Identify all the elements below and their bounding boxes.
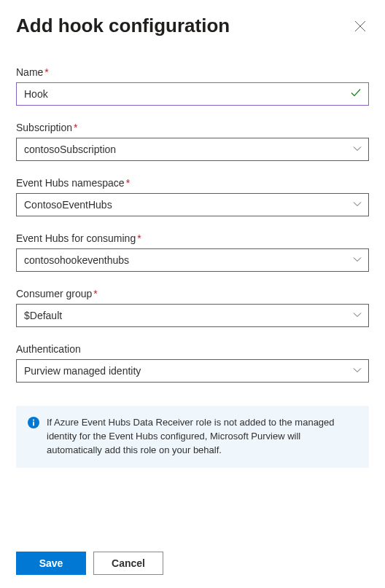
required-indicator: * xyxy=(126,177,130,189)
consumer-group-value: $Default xyxy=(24,310,62,321)
authentication-field-group: Authentication Purview managed identity xyxy=(16,343,369,383)
save-button[interactable]: Save xyxy=(16,552,86,575)
consumer-group-field-group: Consumer group* $Default xyxy=(16,288,369,327)
authentication-select[interactable]: Purview managed identity xyxy=(16,359,369,383)
consumer-group-select[interactable]: $Default xyxy=(16,304,369,327)
consuming-label-text: Event Hubs for consuming xyxy=(16,232,136,244)
subscription-select[interactable]: contosoSubscription xyxy=(16,138,369,161)
subscription-field-group: Subscription* contosoSubscription xyxy=(16,122,369,161)
required-indicator: * xyxy=(137,232,141,244)
name-field-group: Name* xyxy=(16,66,369,106)
name-label: Name* xyxy=(16,66,369,78)
namespace-select[interactable]: ContosoEventHubs xyxy=(16,193,369,216)
name-label-text: Name xyxy=(16,66,43,78)
name-input-wrapper xyxy=(16,82,369,106)
dialog-header: Add hook configuration xyxy=(16,15,369,37)
close-button[interactable] xyxy=(351,17,369,37)
consuming-value: contosohookeventhubs xyxy=(24,254,129,266)
namespace-value: ContosoEventHubs xyxy=(24,199,112,211)
info-text: If Azure Event Hubs Data Receiver role i… xyxy=(47,416,357,458)
consuming-label: Event Hubs for consuming* xyxy=(16,232,369,244)
subscription-label-text: Subscription xyxy=(16,122,72,133)
consumer-group-label-text: Consumer group xyxy=(16,288,92,299)
authentication-label: Authentication xyxy=(16,343,369,355)
authentication-label-text: Authentication xyxy=(16,343,81,355)
namespace-label-text: Event Hubs namespace xyxy=(16,177,125,189)
subscription-label: Subscription* xyxy=(16,122,369,133)
namespace-label: Event Hubs namespace* xyxy=(16,177,369,189)
svg-rect-4 xyxy=(33,422,34,426)
subscription-value: contosoSubscription xyxy=(24,144,116,155)
required-indicator: * xyxy=(74,122,77,133)
subscription-select-wrapper: contosoSubscription xyxy=(16,138,369,161)
svg-point-3 xyxy=(33,419,34,420)
consumer-group-select-wrapper: $Default xyxy=(16,304,369,327)
authentication-value: Purview managed identity xyxy=(24,365,141,377)
consumer-group-label: Consumer group* xyxy=(16,288,369,299)
dialog-footer: Save Cancel xyxy=(16,552,163,575)
required-indicator: * xyxy=(93,288,97,299)
consuming-field-group: Event Hubs for consuming* contosohookeve… xyxy=(16,232,369,272)
namespace-select-wrapper: ContosoEventHubs xyxy=(16,193,369,216)
authentication-select-wrapper: Purview managed identity xyxy=(16,359,369,383)
dialog-title: Add hook configuration xyxy=(16,15,230,37)
info-icon xyxy=(28,417,39,431)
consuming-select-wrapper: contosohookeventhubs xyxy=(16,248,369,272)
name-input[interactable] xyxy=(16,82,369,106)
consuming-select[interactable]: contosohookeventhubs xyxy=(16,248,369,272)
namespace-field-group: Event Hubs namespace* ContosoEventHubs xyxy=(16,177,369,216)
required-indicator: * xyxy=(44,66,48,78)
info-box: If Azure Event Hubs Data Receiver role i… xyxy=(16,406,369,468)
cancel-button[interactable]: Cancel xyxy=(93,552,163,575)
close-icon xyxy=(354,20,366,32)
